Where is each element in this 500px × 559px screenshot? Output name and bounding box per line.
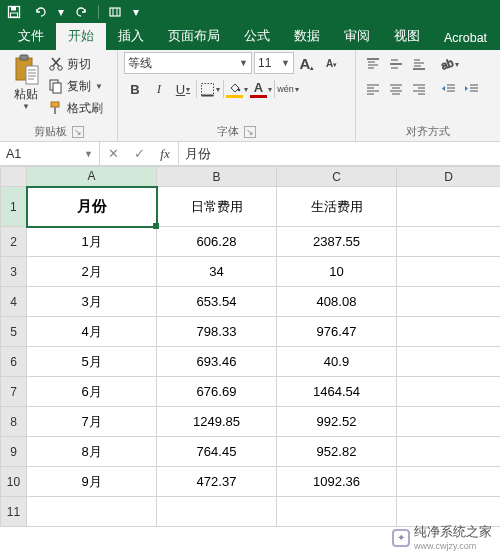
name-box[interactable]: A1 ▼ <box>0 142 100 165</box>
cell[interactable]: 8月 <box>27 437 157 467</box>
cell[interactable]: 606.28 <box>157 227 277 257</box>
select-all-corner[interactable] <box>1 167 27 187</box>
cell[interactable]: 6月 <box>27 377 157 407</box>
fx-button[interactable]: fx <box>152 142 178 165</box>
align-center-button[interactable] <box>385 78 407 100</box>
align-left-button[interactable] <box>362 78 384 100</box>
accept-formula-button[interactable]: ✓ <box>126 142 152 165</box>
cell[interactable]: 34 <box>157 257 277 287</box>
cell[interactable]: 676.69 <box>157 377 277 407</box>
cell[interactable]: 798.33 <box>157 317 277 347</box>
cell[interactable]: 976.47 <box>277 317 397 347</box>
tab-数据[interactable]: 数据 <box>282 23 332 50</box>
align-bottom-button[interactable] <box>408 53 430 75</box>
tab-页面布局[interactable]: 页面布局 <box>156 23 232 50</box>
column-header[interactable]: B <box>157 167 277 187</box>
tab-审阅[interactable]: 审阅 <box>332 23 382 50</box>
cell[interactable] <box>397 257 501 287</box>
cell[interactable]: 月份 <box>27 187 157 227</box>
cell[interactable]: 653.54 <box>157 287 277 317</box>
copy-button[interactable]: 复制 ▼ <box>48 75 103 97</box>
cell[interactable]: 472.37 <box>157 467 277 497</box>
qat-customize-icon[interactable]: ▾ <box>131 2 141 22</box>
cell[interactable]: 7月 <box>27 407 157 437</box>
tab-公式[interactable]: 公式 <box>232 23 282 50</box>
cell[interactable] <box>157 497 277 527</box>
cell[interactable]: 2月 <box>27 257 157 287</box>
row-header[interactable]: 11 <box>1 497 27 527</box>
font-launcher-icon[interactable]: ↘ <box>244 126 256 138</box>
cell[interactable]: 992.52 <box>277 407 397 437</box>
font-name-combo[interactable]: 等线 ▼ <box>124 52 252 74</box>
cell[interactable] <box>397 227 501 257</box>
font-color-button[interactable]: A▾ <box>250 78 272 100</box>
tab-插入[interactable]: 插入 <box>106 23 156 50</box>
cell[interactable] <box>397 467 501 497</box>
cell[interactable]: 日常费用 <box>157 187 277 227</box>
cell[interactable] <box>397 377 501 407</box>
align-middle-button[interactable] <box>385 53 407 75</box>
row-header[interactable]: 1 <box>1 187 27 227</box>
cancel-formula-button[interactable]: ✕ <box>100 142 126 165</box>
row-header[interactable]: 8 <box>1 407 27 437</box>
cell[interactable]: 952.82 <box>277 437 397 467</box>
row-header[interactable]: 7 <box>1 377 27 407</box>
cell[interactable]: 1464.54 <box>277 377 397 407</box>
undo-dropdown-icon[interactable]: ▾ <box>56 2 66 22</box>
cell[interactable]: 408.08 <box>277 287 397 317</box>
font-size-combo[interactable]: 11 ▼ <box>254 52 294 74</box>
tab-文件[interactable]: 文件 <box>6 23 56 50</box>
cell[interactable]: 3月 <box>27 287 157 317</box>
column-header[interactable]: D <box>397 167 501 187</box>
row-header[interactable]: 6 <box>1 347 27 377</box>
cell[interactable] <box>397 407 501 437</box>
cell[interactable] <box>397 317 501 347</box>
cell[interactable]: 5月 <box>27 347 157 377</box>
cell[interactable] <box>27 497 157 527</box>
cell[interactable]: 40.9 <box>277 347 397 377</box>
cell[interactable]: 2387.55 <box>277 227 397 257</box>
format-painter-button[interactable]: 格式刷 <box>48 97 103 119</box>
borders-button[interactable]: ▾ <box>199 78 221 100</box>
bold-button[interactable]: B <box>124 78 146 100</box>
row-header[interactable]: 3 <box>1 257 27 287</box>
orientation-button[interactable]: ab▾ <box>438 53 460 75</box>
increase-font-button[interactable]: A▴ <box>296 52 318 74</box>
cell[interactable] <box>277 497 397 527</box>
row-header[interactable]: 5 <box>1 317 27 347</box>
decrease-indent-button[interactable] <box>438 78 460 100</box>
save-icon[interactable] <box>4 2 24 22</box>
redo-icon[interactable] <box>72 2 92 22</box>
clipboard-launcher-icon[interactable]: ↘ <box>72 126 84 138</box>
cell[interactable]: 693.46 <box>157 347 277 377</box>
underline-button[interactable]: U▾ <box>172 78 194 100</box>
cell[interactable] <box>397 287 501 317</box>
decrease-font-button[interactable]: A▾ <box>320 52 342 74</box>
cell[interactable]: 1月 <box>27 227 157 257</box>
touch-mode-icon[interactable] <box>105 2 125 22</box>
cell[interactable] <box>397 437 501 467</box>
cell[interactable] <box>397 347 501 377</box>
column-header[interactable]: A <box>27 167 157 187</box>
cell[interactable]: 1249.85 <box>157 407 277 437</box>
tab-视图[interactable]: 视图 <box>382 23 432 50</box>
cell[interactable]: 9月 <box>27 467 157 497</box>
row-header[interactable]: 2 <box>1 227 27 257</box>
cell[interactable]: 4月 <box>27 317 157 347</box>
cut-button[interactable]: 剪切 <box>48 53 103 75</box>
row-header[interactable]: 10 <box>1 467 27 497</box>
phonetic-guide-button[interactable]: wén▾ <box>277 78 299 100</box>
cell[interactable] <box>397 187 501 227</box>
align-right-button[interactable] <box>408 78 430 100</box>
tab-Acrobat[interactable]: Acrobat <box>432 26 499 50</box>
align-top-button[interactable] <box>362 53 384 75</box>
fill-color-button[interactable]: ▾ <box>226 78 248 100</box>
cell[interactable] <box>397 497 501 527</box>
italic-button[interactable]: I <box>148 78 170 100</box>
spreadsheet[interactable]: ABCD1月份日常费用生活费用21月606.282387.5532月341043… <box>0 166 500 527</box>
cell[interactable]: 764.45 <box>157 437 277 467</box>
undo-icon[interactable] <box>30 2 50 22</box>
row-header[interactable]: 4 <box>1 287 27 317</box>
tab-开始[interactable]: 开始 <box>56 23 106 50</box>
column-header[interactable]: C <box>277 167 397 187</box>
